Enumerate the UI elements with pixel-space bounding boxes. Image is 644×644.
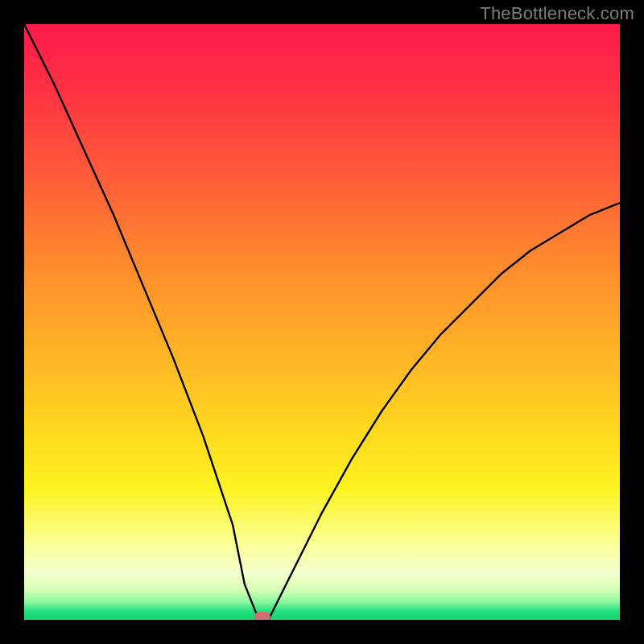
bottleneck-marker [254,612,270,620]
chart-frame: TheBottleneck.com [0,0,644,644]
watermark-text: TheBottleneck.com [480,3,634,24]
plot-area [24,24,620,620]
plot-svg [24,24,620,620]
bottleneck-curve [24,24,620,620]
